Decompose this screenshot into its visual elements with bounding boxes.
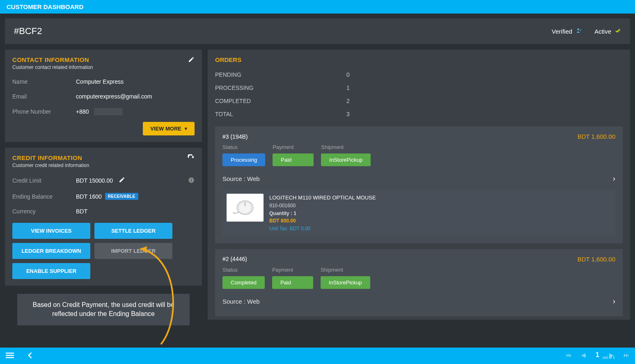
payment-pill[interactable]: Paid (272, 276, 313, 289)
status-pill[interactable]: Completed (222, 276, 265, 289)
order-card: #3 (194B) BDT 1,600.00 Status Processing… (215, 126, 623, 243)
info-icon[interactable]: i (188, 177, 195, 185)
active-status: Active (594, 28, 621, 35)
svg-rect-7 (6, 353, 14, 354)
verified-status: Verified (552, 28, 583, 35)
orders-panel: ORDERS PENDING 0 PROCESSING 1 COMPLETED … (208, 50, 630, 320)
enable-supplier-button[interactable]: ENABLE SUPPLIER (12, 263, 90, 279)
page-title: CUSTOMER DASHBOARD (7, 3, 83, 10)
status-pill[interactable]: Processing (222, 153, 265, 166)
pager-prev-icon[interactable]: ◀ (581, 352, 586, 358)
view-more-button[interactable]: VIEW MORE ▾ (143, 122, 195, 135)
svg-rect-6 (244, 202, 246, 206)
order-source: Source : Web (222, 175, 260, 182)
active-icon (614, 28, 621, 35)
bottom-bar: ⏮ ◀ 1 ▶ ⏭ out of 1 (0, 348, 635, 364)
payment-pill[interactable]: Paid (273, 153, 314, 166)
expand-order-icon[interactable]: › (613, 297, 615, 306)
back-icon[interactable] (26, 351, 34, 361)
order-id: #2 (4446) (222, 256, 247, 262)
shipment-pill[interactable]: InStorePickup (321, 153, 371, 166)
import-ledger-button[interactable]: IMPORT LEDGER (94, 243, 172, 259)
svg-point-0 (577, 28, 579, 30)
receivable-badge: RECEIVABLE (105, 193, 138, 200)
stat-pending: PENDING 0 (215, 68, 623, 81)
edit-limit-icon[interactable] (119, 176, 125, 185)
order-amount: BDT 1,600.00 (578, 256, 615, 263)
verified-icon (575, 28, 583, 35)
chevron-down-icon: ▾ (185, 126, 187, 131)
contact-panel: CONTACT INFORMATION Customer contact rel… (5, 50, 202, 142)
svg-rect-9 (6, 357, 14, 358)
shipment-pill[interactable]: InStorePickup (321, 276, 370, 289)
customer-header: #BCF2 Verified Active (5, 18, 630, 44)
stat-completed: COMPLETED 2 (215, 94, 623, 108)
refresh-icon[interactable] (187, 154, 195, 163)
order-product: LOGITECH M110 WIRED OPTICAL MOUSE 910-00… (222, 190, 615, 237)
credit-title: CREDIT INFORMATION (12, 154, 89, 161)
pager-first-icon[interactable]: ⏮ (566, 352, 571, 358)
svg-rect-8 (6, 355, 14, 356)
order-amount: BDT 1,600.00 (578, 133, 615, 140)
order-card: #2 (4446) BDT 1,600.00 Status Completed … (215, 249, 623, 316)
field-ending-balance: Ending Balance BDT 1600 RECEIVABLE (12, 189, 195, 204)
content: #BCF2 Verified Active CON (0, 14, 635, 345)
stat-processing: PROCESSING 1 (215, 81, 623, 94)
svg-text:i: i (191, 178, 192, 182)
order-id: #3 (194B) (222, 133, 248, 140)
menu-icon[interactable] (6, 351, 14, 361)
stat-total: TOTAL 3 (215, 108, 623, 121)
pager-current: 1 (596, 351, 599, 359)
settle-ledger-button[interactable]: SETTLE LEDGER (94, 223, 172, 239)
pager: ⏮ ◀ 1 ▶ ⏭ out of 1 (566, 351, 629, 360)
product-price: BDT 800.00 (269, 217, 376, 225)
contact-subtitle: Customer contact related information (12, 64, 93, 70)
edit-contact-icon[interactable] (188, 56, 195, 64)
product-sku: 910-001600 (269, 202, 376, 210)
product-tax: Unit Tax: BDT 0.00 (269, 225, 376, 233)
field-phone: Phone Number +880 (12, 104, 195, 119)
pager-last-icon[interactable]: ⏭ (624, 352, 629, 358)
product-name: LOGITECH M110 WIRED OPTICAL MOUSE (269, 194, 376, 202)
hint-callout: Based on Credit Payment, the used credit… (17, 294, 190, 325)
contact-title: CONTACT INFORMATION (12, 56, 93, 63)
view-invoices-button[interactable]: VIEW INVOICES (12, 223, 90, 239)
field-email: Email computerexpress@gmail.com (12, 89, 195, 104)
ledger-breakdown-button[interactable]: LEDGER BREAKDOWN (12, 243, 90, 259)
top-bar: CUSTOMER DASHBOARD (0, 0, 635, 14)
credit-subtitle: Customer credit related information (12, 163, 89, 168)
credit-panel: CREDIT INFORMATION Customer credit relat… (5, 148, 202, 286)
customer-id: #BCF2 (14, 26, 42, 37)
product-image (227, 194, 264, 222)
order-source: Source : Web (222, 298, 260, 305)
orders-title: ORDERS (215, 56, 623, 63)
field-name: Name Computer Express (12, 74, 195, 89)
expand-order-icon[interactable]: › (613, 174, 615, 183)
phone-masked (94, 108, 123, 115)
field-credit-limit: Credit Limit BDT 15000.00 i (12, 172, 195, 189)
status-badges: Verified Active (552, 28, 621, 35)
pager-total: out of 1 (603, 355, 615, 359)
field-currency: Currency BDT (12, 204, 195, 219)
product-qty: Quantity : 1 (269, 210, 376, 217)
